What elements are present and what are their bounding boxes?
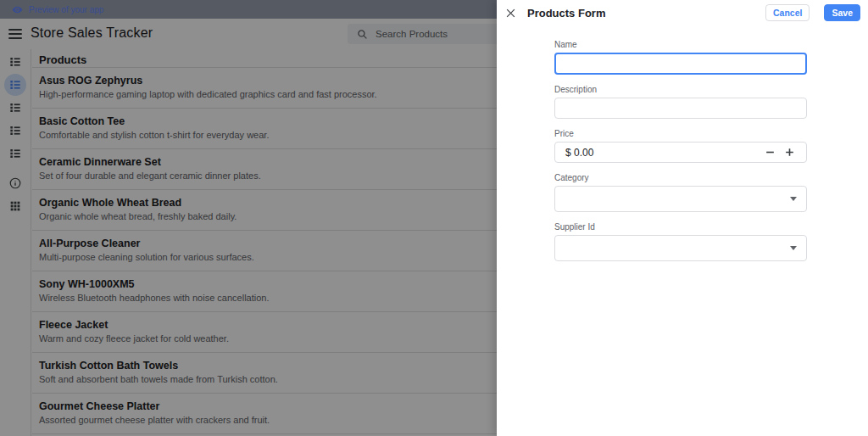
description-label: Description — [554, 85, 807, 94]
category-field-group: Category — [554, 173, 807, 212]
name-field-group: Name — [554, 40, 807, 75]
supplier-id-label: Supplier Id — [554, 222, 807, 232]
supplier-id-select[interactable] — [554, 235, 807, 261]
close-icon[interactable] — [504, 7, 517, 20]
chevron-down-icon — [790, 246, 797, 250]
cancel-button[interactable]: Cancel — [765, 4, 810, 22]
description-field-group: Description — [554, 85, 807, 119]
drawer-header: Products Form Cancel Save — [497, 0, 868, 25]
increment-icon[interactable] — [782, 146, 796, 159]
products-form: Name Description Price $ 0.00 — [554, 40, 807, 271]
supplier-id-field-group: Supplier Id — [554, 222, 807, 261]
price-label: Price — [554, 129, 807, 138]
drawer-title: Products Form — [527, 7, 755, 20]
price-input[interactable]: $ 0.00 — [554, 142, 807, 163]
chevron-down-icon — [790, 197, 797, 201]
save-button[interactable]: Save — [824, 4, 860, 22]
price-value: $ 0.00 — [565, 147, 763, 159]
description-input[interactable] — [554, 98, 807, 119]
category-select[interactable] — [554, 186, 807, 212]
name-label: Name — [554, 40, 807, 49]
category-label: Category — [554, 173, 807, 182]
decrement-icon[interactable] — [763, 146, 776, 159]
screen: Preview of your app Store Sales Tracker … — [0, 0, 868, 436]
name-input[interactable] — [554, 53, 807, 75]
products-form-drawer: Products Form Cancel Save Name Descripti… — [497, 0, 868, 436]
price-field-group: Price $ 0.00 — [554, 129, 807, 163]
